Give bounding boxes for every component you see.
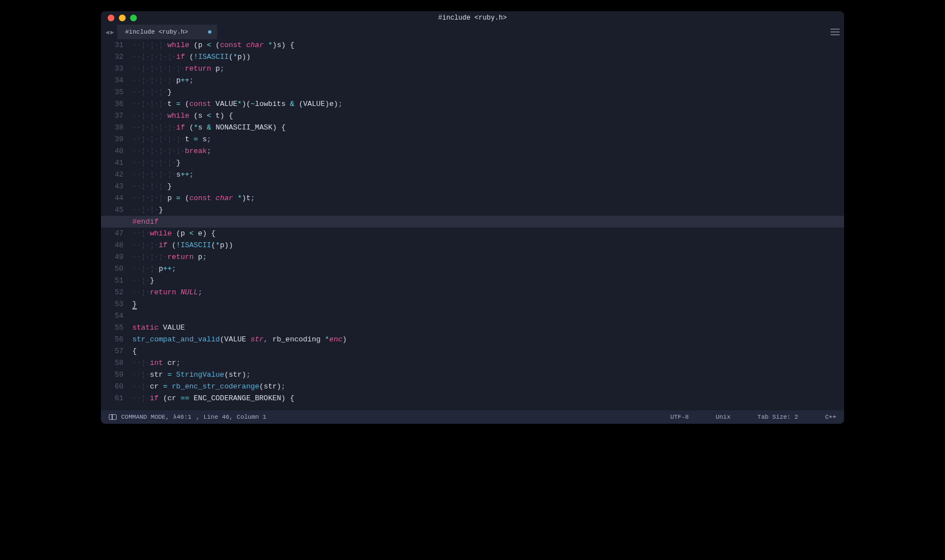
nav-forward-icon[interactable]: ▶ bbox=[110, 29, 114, 36]
file-tab[interactable]: #include <ruby.h> bbox=[117, 25, 217, 39]
status-mode: COMMAND MODE, λ46:1 bbox=[121, 414, 191, 420]
close-icon[interactable] bbox=[108, 15, 114, 21]
tab-bar: ◀ ▶ #include <ruby.h> bbox=[101, 25, 844, 39]
minimize-icon[interactable] bbox=[119, 15, 126, 21]
maximize-icon[interactable] bbox=[130, 15, 137, 21]
tab-label: #include <ruby.h> bbox=[125, 29, 188, 35]
nav-back-icon[interactable]: ◀ bbox=[105, 29, 109, 36]
status-encoding[interactable]: UTF-8 bbox=[670, 414, 689, 420]
editor-area[interactable]: 3132333435363738394041424344454647484950… bbox=[101, 39, 844, 410]
menu-icon[interactable] bbox=[831, 29, 840, 35]
titlebar: #include <ruby.h> bbox=[101, 11, 844, 25]
code-content[interactable]: ··¦·¦·¦·while (p < (const char *)s) {··¦… bbox=[128, 39, 844, 410]
window-title: #include <ruby.h> bbox=[438, 14, 506, 22]
status-tab-size[interactable]: Tab Size: 2 bbox=[758, 414, 799, 420]
panel-icon[interactable] bbox=[109, 414, 117, 420]
nav-arrows: ◀ ▶ bbox=[105, 29, 114, 36]
unsaved-indicator-icon bbox=[208, 30, 211, 34]
status-language[interactable]: C++ bbox=[825, 414, 836, 420]
status-position[interactable]: , Line 46, Column 1 bbox=[196, 414, 266, 420]
status-line-ending[interactable]: Unix bbox=[716, 414, 730, 420]
status-bar: COMMAND MODE, λ46:1 , Line 46, Column 1 … bbox=[101, 410, 844, 424]
editor-window: #include <ruby.h> ◀ ▶ #include <ruby.h> … bbox=[101, 11, 844, 424]
traffic-lights bbox=[108, 15, 137, 21]
